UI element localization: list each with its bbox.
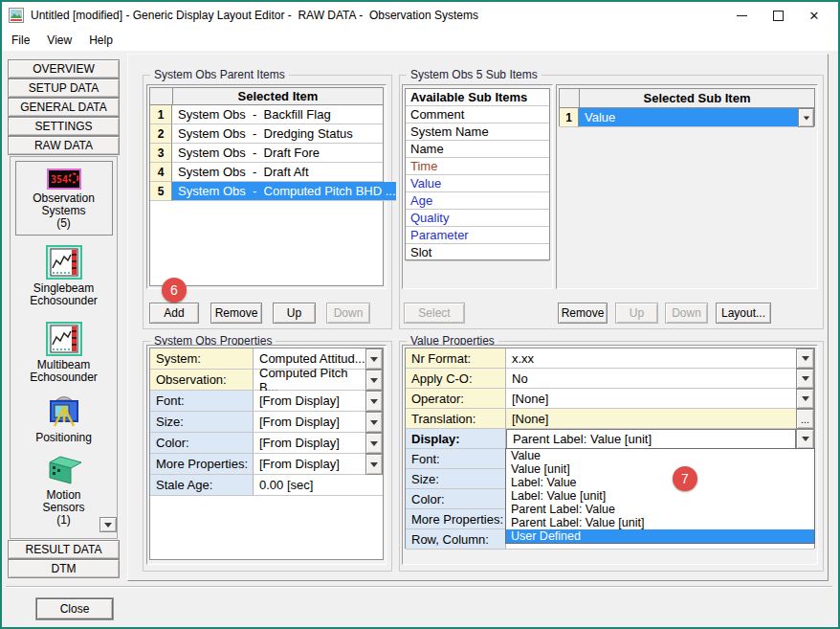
dropdown-arrow-icon xyxy=(370,378,378,383)
sidebar-tab-dtm[interactable]: DTM xyxy=(8,559,120,578)
sub-item-name[interactable]: Name xyxy=(406,141,549,158)
window-title: Untitled [modified] - Generic Display La… xyxy=(31,9,478,22)
app-window: Untitled [modified] - Generic Display La… xyxy=(0,0,840,629)
sub-item-system-name[interactable]: System Name xyxy=(406,124,549,141)
parent-table-header: Selected Item xyxy=(173,89,383,103)
up-parent-button[interactable]: Up xyxy=(273,303,316,324)
sidebar-tab-general-data[interactable]: GENERAL DATA xyxy=(8,98,120,117)
up-sub-button[interactable]: Up xyxy=(615,303,658,324)
operator-dropdown-button[interactable] xyxy=(796,389,814,409)
select-button[interactable]: Select xyxy=(404,303,465,324)
remove-parent-button[interactable]: Remove xyxy=(210,303,262,324)
dropdown-arrow-icon xyxy=(370,441,378,446)
parent-item-row-1[interactable]: 1System Obs - Backfill Flag xyxy=(150,105,383,124)
sidebar-tab-settings[interactable]: SETTINGS xyxy=(8,117,120,136)
parent-items-table: Selected Item 1System Obs - Backfill Fla… xyxy=(149,87,384,286)
sub-item-comment[interactable]: Comment xyxy=(406,106,549,124)
layout-button[interactable]: Layout... xyxy=(716,303,771,324)
group-parent-items-label: System Obs Parent Items xyxy=(150,68,289,81)
sidebar-tab-setup-data[interactable]: SETUP DATA xyxy=(8,79,120,98)
dropdown-arrow-icon xyxy=(370,420,378,425)
font-dropdown-button[interactable] xyxy=(365,391,383,412)
property-row-nr-format: Nr Format: x.xx xyxy=(406,348,814,369)
add-button[interactable]: Add xyxy=(149,303,199,324)
system-dropdown-button[interactable] xyxy=(365,348,383,370)
property-row-more-properties: More Properties: [From Display] xyxy=(150,454,383,475)
property-row-observation: Observation: Computed Pitch B... xyxy=(150,370,383,391)
parent-item-row-4[interactable]: 4System Obs - Draft Aft xyxy=(150,163,383,182)
stale-age-value[interactable]: 0.00 [sec] xyxy=(254,475,383,496)
sub-item-time[interactable]: Time xyxy=(406,158,549,175)
selected-sub-item-table: Selected Sub Item 1 Value xyxy=(559,88,815,126)
property-row-apply-co: Apply C-O: No xyxy=(406,369,814,389)
display-option-parent-label-value[interactable]: Parent Label: Value xyxy=(506,503,814,516)
display-dropdown-button[interactable] xyxy=(796,429,814,449)
property-row-display: Display: Parent Label: Value [unit] xyxy=(406,429,814,449)
menu-bar: File View Help xyxy=(2,29,838,51)
sidebar-item-multibeam[interactable] xyxy=(10,322,118,356)
sub-item-age[interactable]: Age xyxy=(406,192,549,210)
sub-item-value[interactable]: Value xyxy=(406,175,549,192)
parent-item-row-5-selected[interactable]: 5System Obs - Computed Pitch BHD ... xyxy=(150,182,383,201)
app-icon xyxy=(9,8,24,23)
display-combo-value[interactable]: Parent Label: Value [unit] xyxy=(506,429,796,449)
maximize-icon xyxy=(773,11,784,21)
available-sub-items-header: Available Sub Items xyxy=(406,89,549,106)
property-row-stale-age: Stale Age: 0.00 [sec] xyxy=(150,475,383,496)
display-option-label-value-unit[interactable]: Label: Value [unit] xyxy=(506,489,814,503)
system-obs-properties-table: System: Computed Attitud... Observation:… xyxy=(149,348,384,560)
property-row-size: Size: [From Display] xyxy=(150,412,383,433)
sidebar-scroll-down-button[interactable] xyxy=(99,517,117,532)
selected-sub-item-dropdown-button[interactable] xyxy=(798,108,814,127)
display-option-user-defined[interactable]: User Defined xyxy=(506,529,814,543)
close-button[interactable]: Close xyxy=(36,598,113,619)
apply-co-dropdown-button[interactable] xyxy=(796,369,814,389)
display-option-value[interactable]: Value xyxy=(506,449,814,462)
sidebar-item-motion-sensors[interactable] xyxy=(10,453,118,485)
display-option-label-value[interactable]: Label: Value xyxy=(506,476,814,489)
minimize-icon xyxy=(737,15,747,16)
display-option-parent-label-value-unit[interactable]: Parent Label: Value [unit] xyxy=(506,516,814,529)
down-sub-button[interactable]: Down xyxy=(665,303,708,324)
display-option-value-unit[interactable]: Value [unit] xyxy=(506,462,814,476)
motion-sensors-icon xyxy=(45,453,83,485)
observation-dropdown-button[interactable] xyxy=(365,370,383,391)
sub-item-slot[interactable]: Slot xyxy=(406,244,549,261)
sidebar-item-singlebeam[interactable] xyxy=(10,245,118,280)
positioning-icon xyxy=(45,393,83,429)
sub-item-parameter[interactable]: Parameter xyxy=(406,227,549,244)
property-row-translation: Translation: [None] ... xyxy=(406,409,814,429)
sidebar-tab-overview[interactable]: OVERVIEW xyxy=(8,59,120,79)
dropdown-arrow-icon xyxy=(802,437,809,441)
down-parent-button[interactable]: Down xyxy=(326,303,370,324)
minimize-button[interactable] xyxy=(723,2,760,29)
menu-view[interactable]: View xyxy=(39,31,79,50)
annotation-badge-6: 6 xyxy=(162,278,187,303)
sidebar-tab-raw-data[interactable]: RAW DATA xyxy=(8,136,120,155)
sidebar-item-positioning[interactable] xyxy=(10,393,118,429)
more-properties-dropdown-button[interactable] xyxy=(365,454,383,475)
dropdown-arrow-icon xyxy=(802,396,809,401)
nr-format-dropdown-button[interactable] xyxy=(796,348,814,369)
dropdown-arrow-icon xyxy=(803,116,808,120)
remove-sub-button[interactable]: Remove xyxy=(558,303,608,324)
close-window-button[interactable]: ✕ xyxy=(796,2,832,29)
maximize-button[interactable] xyxy=(760,2,796,29)
parent-item-row-3[interactable]: 3System Obs - Draft Fore xyxy=(150,144,383,163)
multibeam-echosounder-icon xyxy=(46,322,82,356)
sidebar-tab-result-data[interactable]: RESULT DATA xyxy=(8,540,120,559)
singlebeam-label: Echosounder xyxy=(10,295,118,307)
parent-item-row-2[interactable]: 2System Obs - Dredging Status xyxy=(150,124,383,144)
bottom-divider xyxy=(6,586,832,588)
sub-item-quality[interactable]: Quality xyxy=(406,210,549,227)
color-dropdown-button[interactable] xyxy=(365,433,383,454)
dropdown-arrow-icon xyxy=(370,462,378,467)
menu-file[interactable]: File xyxy=(4,31,37,50)
group-sub-items-label: System Obs 5 Sub Items xyxy=(407,68,542,81)
menu-help[interactable]: Help xyxy=(81,31,121,50)
selected-sub-item-row[interactable]: 1 Value xyxy=(560,108,814,127)
translation-ellipsis-button[interactable]: ... xyxy=(796,409,814,429)
scroll-down-icon xyxy=(104,523,112,528)
property-row-font: Font: [From Display] xyxy=(150,391,383,412)
size-dropdown-button[interactable] xyxy=(365,412,383,433)
